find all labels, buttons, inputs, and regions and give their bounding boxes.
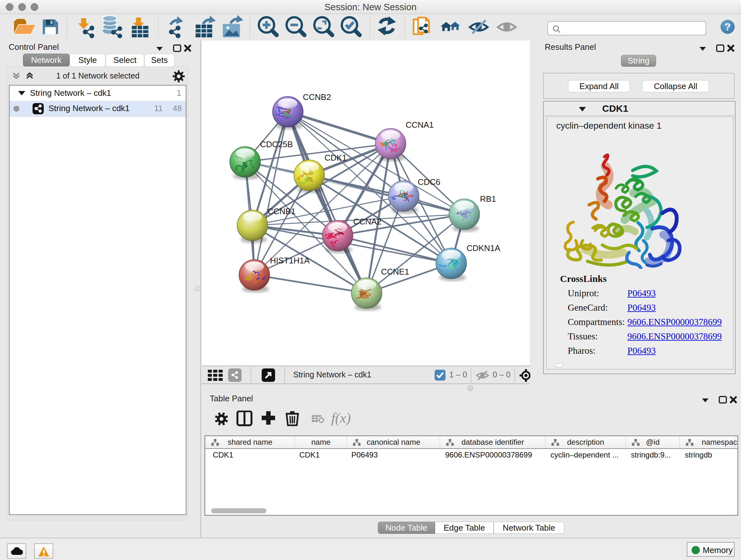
svg-text:CCNE1: CCNE1 bbox=[381, 267, 409, 276]
svg-text:CCNA1: CCNA1 bbox=[406, 120, 434, 130]
svg-text:CCNB1: CCNB1 bbox=[267, 206, 295, 216]
svg-text:CDC6: CDC6 bbox=[418, 177, 441, 187]
svg-text:RB1: RB1 bbox=[480, 194, 496, 204]
svg-text:HIST1H1A: HIST1H1A bbox=[270, 256, 310, 265]
svg-text:CDK1: CDK1 bbox=[325, 153, 347, 163]
svg-text:CCNB2: CCNB2 bbox=[303, 92, 331, 102]
svg-text:CDKN1A: CDKN1A bbox=[467, 243, 500, 253]
svg-text:CDC25B: CDC25B bbox=[260, 139, 293, 149]
svg-text:CCNA2: CCNA2 bbox=[353, 217, 381, 226]
